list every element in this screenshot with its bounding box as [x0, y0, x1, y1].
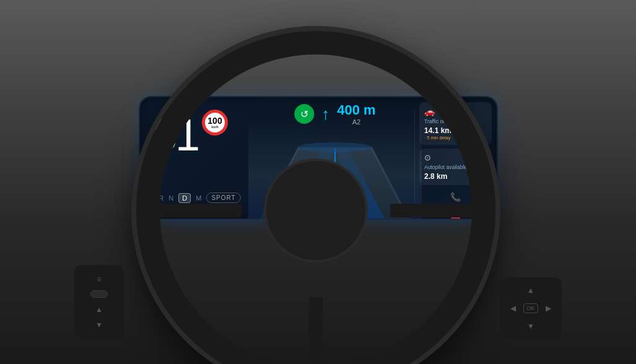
nav-down-btn[interactable]: ▼	[527, 322, 534, 331]
left-ctrl-down[interactable]: ▼	[95, 321, 103, 329]
spoke-bottom	[309, 297, 323, 364]
spoke-right	[390, 204, 477, 217]
spoke-left	[155, 204, 242, 217]
nav-up-btn[interactable]: ▲	[527, 286, 534, 295]
left-ctrl-up[interactable]: ▲	[95, 305, 103, 314]
nav-ok-btn[interactable]: OK	[523, 303, 538, 313]
left-ctrl-icon-1: ≡	[97, 275, 101, 284]
left-ctrl-btn[interactable]	[90, 290, 108, 298]
right-steering-controls[interactable]: ▲ ◀ OK ▶ ▼	[500, 277, 562, 339]
nav-right-btn[interactable]: ▶	[546, 304, 551, 313]
nav-left-btn[interactable]: ◀	[510, 304, 516, 313]
left-steering-controls[interactable]: ≡ ▲ ▼	[74, 265, 124, 339]
